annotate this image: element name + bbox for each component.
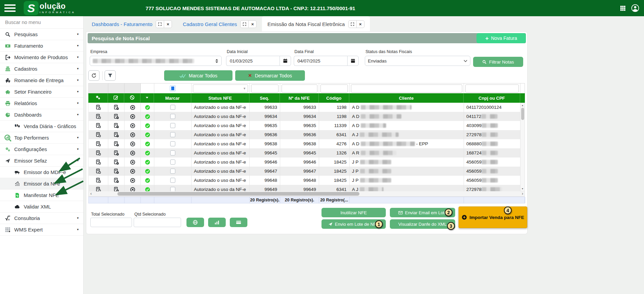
row-checkbox[interactable]: [170, 187, 175, 191]
status-notas-select[interactable]: Enviadas: [365, 56, 470, 66]
edit-nfe-icon[interactable]: [113, 150, 119, 156]
cancel-nfe-icon[interactable]: [130, 132, 135, 138]
marcar-todos-button[interactable]: Marcar Todos: [164, 70, 232, 81]
row-checkbox[interactable]: [170, 160, 175, 165]
vertical-scrollbar[interactable]: ▲▼: [520, 103, 525, 191]
column-header[interactable]: Marcar: [154, 93, 191, 103]
print-danfe-icon[interactable]: [95, 114, 101, 119]
edit-nfe-icon[interactable]: [113, 168, 119, 174]
sidebar-item-emissor-do-mdf-e[interactable]: Emissor do MDF-e: [0, 167, 83, 178]
sidebar-item-cadastros[interactable]: Cadastros▼: [0, 63, 83, 75]
column-header[interactable]: [140, 93, 154, 103]
row-checkbox[interactable]: [170, 178, 175, 183]
column-filter-input[interactable]: [465, 84, 519, 93]
sidebar-item-faturamento[interactable]: Faturamento▼: [0, 40, 83, 52]
select-all-checkbox[interactable]: [170, 85, 176, 91]
scroll-thumb[interactable]: [117, 192, 359, 196]
tab-expand-icon[interactable]: [241, 21, 248, 28]
tab-close-icon[interactable]: ×: [164, 21, 172, 28]
total-selecionado-input[interactable]: [90, 218, 132, 227]
tab-close-icon[interactable]: ×: [248, 21, 256, 28]
horizontal-scrollbar[interactable]: ‹›: [88, 191, 525, 197]
apps-grid-icon[interactable]: [619, 4, 627, 12]
column-header[interactable]: Código: [319, 93, 349, 103]
empresa-select[interactable]: [90, 56, 222, 66]
cancel-nfe-icon[interactable]: [130, 159, 135, 165]
sidebar-item-romaneio-de-entrega[interactable]: Romaneio de Entrega▼: [0, 75, 83, 86]
calendar-icon[interactable]: [347, 56, 359, 66]
cancel-nfe-icon[interactable]: [130, 114, 135, 119]
print-danfe-icon[interactable]: [95, 141, 101, 147]
row-checkbox[interactable]: [170, 132, 175, 137]
column-header[interactable]: Status NFE: [191, 93, 249, 103]
table-row[interactable]: Autorizado o uso da NF-e99636996366341A …: [89, 130, 525, 139]
tab-dashboards-faturamento[interactable]: Dashboards - Faturamento×: [86, 16, 177, 32]
desmarcar-todos-button[interactable]: ✕ Desmarcar Todos: [235, 70, 305, 81]
cancel-nfe-icon[interactable]: [130, 168, 135, 174]
column-filter-input[interactable]: [351, 84, 462, 93]
tab-close-icon[interactable]: ×: [356, 21, 364, 28]
sidebar-item-emissor-sefaz[interactable]: Emissor Sefaz▼: [0, 155, 83, 167]
row-checkbox[interactable]: [170, 123, 175, 128]
chart-button[interactable]: [208, 218, 226, 227]
print-danfe-icon[interactable]: [95, 104, 101, 110]
table-row[interactable]: Autorizado o uso da NF-e99645996451326A …: [89, 148, 525, 157]
sidebar-item-wms-expert[interactable]: WMS Expert▼: [0, 224, 83, 236]
table-row[interactable]: Autorizado o uso da NF-e996359963511339A…: [89, 121, 525, 130]
user-avatar-icon[interactable]: [631, 4, 639, 12]
column-header[interactable]: Cnpj ou CPF: [464, 93, 520, 103]
sidebar-item-emissor-da-nfe[interactable]: Emissor da NFe: [0, 178, 83, 190]
cancel-nfe-icon[interactable]: [130, 123, 135, 128]
card-button[interactable]: [230, 218, 247, 227]
edit-nfe-icon[interactable]: [113, 187, 119, 191]
edit-nfe-icon[interactable]: [113, 114, 119, 119]
edit-nfe-icon[interactable]: [113, 132, 119, 138]
data-inicial-input[interactable]: [226, 56, 280, 66]
sidebar-item-consultoria[interactable]: xConsultoria▼: [0, 213, 83, 224]
table-row[interactable]: Autorizado o uso da NF-e99634996341198A …: [89, 112, 525, 121]
cancel-nfe-icon[interactable]: [130, 150, 135, 156]
sidebar-item-relatorios[interactable]: Relatórios▼: [0, 98, 83, 109]
row-checkbox[interactable]: [170, 114, 175, 119]
edit-nfe-icon[interactable]: [113, 104, 119, 110]
edit-nfe-icon[interactable]: [113, 177, 119, 183]
menu-search-input[interactable]: [0, 16, 83, 29]
tab-expand-icon[interactable]: [349, 21, 356, 28]
print-danfe-icon[interactable]: [95, 168, 101, 174]
globe-button[interactable]: [186, 218, 204, 227]
print-danfe-icon[interactable]: [95, 132, 101, 138]
cancel-nfe-icon[interactable]: [130, 187, 135, 191]
print-danfe-icon[interactable]: [95, 123, 101, 128]
visualizar-danfe-button[interactable]: Visualizar Danfe do XML: [390, 219, 455, 229]
sidebar-item-dashboards[interactable]: Dashboards▼: [0, 109, 83, 121]
table-row[interactable]: Autorizado o uso da NF-e996489964818425J…: [89, 176, 525, 185]
column-header[interactable]: Nº da NFE: [280, 93, 319, 103]
sidebar-item-movimento-de-produtos[interactable]: Movimento de Produtos▼: [0, 52, 83, 63]
table-row[interactable]: Autorizado o uso da NF-e996479964718425J…: [89, 167, 525, 176]
print-danfe-icon[interactable]: [95, 177, 101, 183]
print-danfe-icon[interactable]: [95, 187, 101, 191]
sidebar-item-setor-financeiro[interactable]: Setor Financeiro▼: [0, 86, 83, 98]
scroll-left-icon[interactable]: ‹: [90, 191, 92, 196]
column-filter-input[interactable]: [251, 84, 279, 93]
column-header[interactable]: [108, 93, 124, 103]
print-danfe-icon[interactable]: [95, 159, 101, 165]
row-checkbox[interactable]: [170, 105, 175, 110]
nova-fatura-button[interactable]: + Nova Fatura: [476, 33, 526, 43]
tab-expand-icon[interactable]: [156, 21, 164, 28]
print-danfe-icon[interactable]: [95, 150, 101, 156]
table-row[interactable]: Autorizado o uso da NF-e99649996496341A …: [89, 185, 525, 191]
sidebar-item-manifestar-nfe[interactable]: Manifestar NFE: [0, 190, 83, 201]
column-header[interactable]: Cliente: [349, 93, 464, 103]
column-filter-input[interactable]: [320, 84, 348, 93]
row-checkbox[interactable]: [170, 141, 175, 146]
column-header[interactable]: Seq.: [249, 93, 280, 103]
qtd-selecionado-input[interactable]: [134, 218, 181, 227]
menu-toggle-button[interactable]: [4, 4, 16, 12]
cancel-nfe-icon[interactable]: [130, 177, 135, 183]
column-header[interactable]: [88, 93, 108, 103]
scroll-up-icon[interactable]: ▲: [521, 104, 524, 106]
status-filter-select[interactable]: ▼: [193, 84, 248, 93]
tab-cadastro-geral-clientes[interactable]: Cadastro Geral Clientes×: [177, 16, 262, 32]
sidebar-item-pesquisas[interactable]: Pesquisas▼: [0, 29, 83, 40]
